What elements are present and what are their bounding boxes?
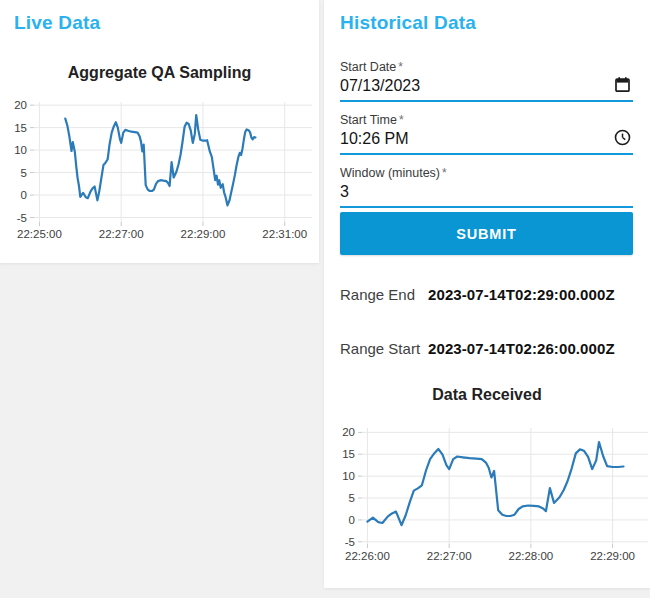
- x-tick-label: 22:28:00: [508, 550, 553, 562]
- y-tick-label: 5: [21, 167, 27, 179]
- window-minutes-label-text: Window (minutes): [340, 166, 440, 180]
- start-time-label-text: Start Time: [340, 113, 397, 127]
- aggregate-qa-sampling-chart: -50510152022:25:0022:27:0022:29:0022:31:…: [0, 88, 319, 248]
- live-data-heading: Live Data: [14, 12, 100, 34]
- x-tick-label: 22:27:00: [427, 550, 472, 562]
- y-tick-label: 20: [342, 426, 355, 438]
- x-tick-label: 22:27:00: [99, 228, 144, 240]
- range-start-row: Range Start 2023-07-14T02:26:00.000Z: [340, 340, 615, 357]
- clock-icon[interactable]: [614, 129, 631, 146]
- start-time-input[interactable]: [340, 129, 595, 153]
- start-date-field: Start Date*: [340, 58, 633, 102]
- window-minutes-field: Window (minutes)*: [340, 164, 633, 208]
- live-data-panel: Live Data Aggregate QA Sampling -5051015…: [0, 0, 319, 263]
- received-chart-title: Data Received: [324, 386, 650, 404]
- y-tick-label: 10: [342, 470, 355, 482]
- data-received-chart: -50510152022:26:0022:27:0022:28:0022:29:…: [324, 414, 650, 568]
- range-start-label: Range Start: [340, 340, 426, 357]
- y-tick-label: 20: [14, 99, 27, 111]
- y-tick-label: -5: [17, 212, 27, 224]
- y-tick-label: 0: [21, 189, 27, 201]
- range-end-row: Range End 2023-07-14T02:29:00.000Z: [340, 286, 615, 303]
- range-start-value: 2023-07-14T02:26:00.000Z: [428, 340, 615, 357]
- range-end-value: 2023-07-14T02:29:00.000Z: [428, 286, 615, 303]
- x-tick-label: 22:29:00: [590, 550, 635, 562]
- y-tick-label: 5: [349, 492, 355, 504]
- x-tick-label: 22:29:00: [181, 228, 226, 240]
- y-tick-label: 15: [14, 122, 27, 134]
- start-time-required-marker: *: [399, 113, 404, 127]
- start-date-label-text: Start Date: [340, 60, 396, 74]
- y-tick-label: -5: [345, 536, 355, 548]
- start-date-label: Start Date*: [340, 58, 633, 76]
- y-tick-label: 10: [14, 144, 27, 156]
- live-chart-title: Aggregate QA Sampling: [0, 64, 319, 82]
- y-tick-label: 0: [349, 514, 355, 526]
- start-date-required-marker: *: [398, 60, 403, 74]
- x-tick-label: 22:25:00: [17, 228, 62, 240]
- range-end-label: Range End: [340, 286, 426, 303]
- window-minutes-required-marker: *: [442, 166, 447, 180]
- window-minutes-input[interactable]: [340, 182, 595, 206]
- historical-query-form: Start Date* Start Time* Window (minutes)…: [340, 58, 633, 217]
- calendar-icon[interactable]: [614, 76, 631, 93]
- start-date-input[interactable]: [340, 76, 595, 100]
- historical-data-heading: Historical Data: [340, 12, 476, 34]
- start-time-field: Start Time*: [340, 111, 633, 155]
- window-minutes-label: Window (minutes)*: [340, 164, 633, 182]
- y-tick-label: 15: [342, 448, 355, 460]
- x-tick-label: 22:31:00: [262, 228, 307, 240]
- historical-data-panel: Historical Data Start Date* Start Time* …: [324, 0, 650, 588]
- page-background: { "page": { "background": "#f1f1f1", "ca…: [0, 0, 650, 598]
- x-tick-label: 22:26:00: [345, 550, 390, 562]
- series-line: [65, 115, 255, 205]
- start-time-label: Start Time*: [340, 111, 633, 129]
- submit-button[interactable]: SUBMIT: [340, 212, 633, 255]
